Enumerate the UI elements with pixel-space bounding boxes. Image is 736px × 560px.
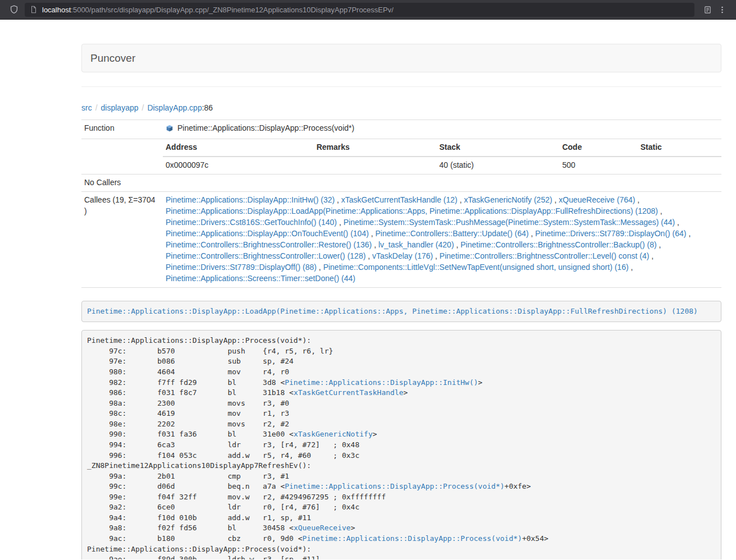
function-name: Pinetime::Applications::DisplayApp::Proc… (177, 123, 354, 134)
function-table: Function Pinetime::Applications::Display… (81, 120, 721, 288)
disassembly-line: 97c: b570 push {r4, r5, r6, lr} (87, 346, 716, 357)
disassembly-line: 9a4: f10d 010b add.w r1, sp, #11 (87, 513, 716, 524)
brand-link[interactable]: Puncover (82, 52, 144, 65)
breadcrumb-item: displayapp (92, 103, 139, 112)
callee-link[interactable]: lv_task_handler (420) (378, 240, 454, 249)
callee-link[interactable]: Pinetime::Controllers::BrightnessControl… (440, 251, 649, 260)
disassembly-line: 990: f031 fa36 bl 31e00 <xTaskGenericNot… (87, 429, 716, 440)
disassembly-line: Pinetime::Applications::DisplayApp::Proc… (87, 336, 716, 346)
highlighted-symbol-link[interactable]: Pinetime::Applications::DisplayApp::Load… (87, 307, 698, 315)
url-bar[interactable]: localhost:5000/path/src/displayapp/Displ… (25, 3, 694, 17)
browser-chrome: localhost:5000/path/src/displayapp/Displ… (0, 0, 736, 20)
symbol-link[interactable]: Pinetime::Applications::DisplayApp::Proc… (285, 482, 504, 490)
symbol-link[interactable]: xQueueReceive (294, 524, 351, 532)
breadcrumb-line-number: :86 (202, 103, 213, 112)
disassembly-line: Pinetime::Applications::DisplayApp::Proc… (87, 544, 716, 555)
stat-value (314, 157, 437, 174)
callees-list: Pinetime::Applications::DisplayApp::Init… (163, 191, 721, 287)
function-title: Pinetime::Applications::DisplayApp::Proc… (166, 123, 354, 134)
disassembly-line: 98c: 4619 mov r1, r3 (87, 408, 716, 419)
function-row: Function Pinetime::Applications::Display… (81, 120, 721, 139)
callee-link[interactable]: Pinetime::Controllers::Battery::Update()… (376, 229, 529, 238)
disassembly-line: 9ae: f89d 300b ldrb.w r3, [sp, #11] (87, 554, 716, 559)
breadcrumb: srcdisplayappDisplayApp.cpp:86 (81, 102, 721, 113)
disassembly-line: 986: f031 f8c7 bl 31b18 <xTaskGetCurrent… (87, 388, 716, 398)
callee-link[interactable]: xTaskGenericNotify (252) (464, 195, 552, 204)
disassembly-line: 98a: 2300 movs r3, #0 (87, 398, 716, 409)
stat-column-header: Static (638, 139, 721, 157)
shield-icon[interactable] (7, 2, 21, 17)
disassembly-line: 994: 6ca3 ldr r3, [r4, #72] ; 0x48 (87, 440, 716, 451)
url-rest: :5000/path/src/displayapp/DisplayApp.cpp… (71, 6, 394, 14)
reader-mode-icon[interactable] (700, 2, 715, 17)
disassembly-line: 98e: 2202 movs r2, #2 (87, 419, 716, 430)
callee-link[interactable]: Pinetime::Controllers::BrightnessControl… (166, 240, 372, 249)
callee-link[interactable]: Pinetime::Drivers::St7789::DisplayOn() (… (535, 229, 686, 238)
breadcrumb-link[interactable]: DisplayApp.cpp (147, 103, 202, 112)
stats-header-row: AddressRemarksStackCodeStatic (163, 139, 721, 157)
callee-link[interactable]: Pinetime::Applications::DisplayApp::OnTo… (166, 229, 369, 238)
content-container: Puncover srcdisplayappDisplayApp.cpp:86 … (81, 20, 721, 559)
divider (81, 86, 721, 87)
breadcrumb-item: src (81, 103, 92, 112)
disassembly-line: 99e: f04f 32ff mov.w r2, #4294967295 ; 0… (87, 492, 716, 503)
stat-value (638, 157, 721, 174)
symbol-link[interactable]: Pinetime::Applications::DisplayApp::Proc… (303, 534, 522, 543)
disassembly-line: 97e: b086 sub sp, #24 (87, 356, 716, 367)
callee-link[interactable]: Pinetime::Applications::DisplayApp::Load… (166, 206, 658, 215)
disassembly-line: 99c: d06d beq.n a7a <Pinetime::Applicati… (87, 481, 716, 492)
callee-link[interactable]: xQueueReceive (764) (559, 195, 635, 204)
stats-row: AddressRemarksStackCodeStatic 0x0000097c… (81, 139, 721, 174)
symbol-link[interactable]: xTaskGenericNotify (294, 430, 373, 438)
disassembly-line: _ZN8Pinetime12Applications10DisplayApp7R… (87, 461, 716, 471)
disassembly: Pinetime::Applications::DisplayApp::Proc… (81, 330, 721, 559)
disassembly-line: 996: f104 053c add.w r5, r4, #60 ; 0x3c (87, 451, 716, 461)
page-icon (30, 6, 38, 13)
callee-link[interactable]: Pinetime::Drivers::St7789::DisplayOff() … (166, 263, 317, 272)
stat-column-header: Address (163, 139, 314, 157)
callee-link[interactable]: Pinetime::Applications::DisplayApp::Init… (166, 195, 335, 204)
stat-value: 500 (559, 157, 637, 174)
disassembly-line: 99a: 2b01 cmp r3, #1 (87, 471, 716, 482)
disassembly-line: 9a2: 6ce0 ldr r0, [r4, #76] ; 0x4c (87, 502, 716, 513)
callee-link[interactable]: Pinetime::Controllers::BrightnessControl… (460, 240, 656, 249)
symbol-cube-icon (166, 125, 173, 132)
disassembly-line: 982: f7ff fd29 bl 3d8 <Pinetime::Applica… (87, 378, 716, 388)
function-label: Function (81, 120, 163, 139)
disassembly-line: 9ac: b180 cbz r0, 9d0 <Pinetime::Applica… (87, 534, 716, 544)
stat-column-header: Remarks (314, 139, 437, 157)
callee-link[interactable]: xTaskGetCurrentTaskHandle (12) (341, 195, 458, 204)
breadcrumb-link[interactable]: displayapp (101, 103, 139, 112)
stats-table: AddressRemarksStackCodeStatic 0x0000097c… (163, 139, 721, 174)
stats-value-row: 0x0000097c40 (static)500 (163, 157, 721, 174)
stat-value: 40 (static) (437, 157, 560, 174)
url-text: localhost:5000/path/src/displayapp/Displ… (42, 6, 394, 14)
callees-label: Callees (19, Σ=3704 ) (81, 191, 163, 287)
callee-link[interactable]: Pinetime::Drivers::Cst816S::GetTouchInfo… (166, 218, 337, 227)
callee-link[interactable]: Pinetime::Controllers::BrightnessControl… (166, 251, 365, 260)
breadcrumb-item: DisplayApp.cpp:86 (139, 103, 213, 112)
callers-row: No Callers (81, 174, 721, 191)
callee-link[interactable]: Pinetime::System::SystemTask::PushMessag… (344, 218, 675, 227)
callers-label: No Callers (81, 174, 163, 191)
callee-link[interactable]: Pinetime::Applications::Screens::Timer::… (166, 274, 355, 283)
callee-link[interactable]: vTaskDelay (176) (372, 251, 433, 260)
highlighted-line: Pinetime::Applications::DisplayApp::Load… (81, 301, 721, 323)
url-host: localhost (42, 6, 71, 14)
disassembly-line: 980: 4604 mov r4, r0 (87, 367, 716, 378)
disassembly-line: 9a8: f02f fd56 bl 30458 <xQueueReceive> (87, 523, 716, 534)
stat-column-header: Code (559, 139, 637, 157)
symbol-link[interactable]: xTaskGetCurrentTaskHandle (294, 388, 404, 397)
stat-column-header: Stack (437, 139, 560, 157)
stat-value: 0x0000097c (163, 157, 314, 174)
callee-link[interactable]: Pinetime::Components::LittleVgl::SetNewT… (323, 263, 629, 272)
callees-row: Callees (19, Σ=3704 ) Pinetime::Applicat… (81, 191, 721, 287)
breadcrumb-link[interactable]: src (81, 103, 92, 112)
page: Puncover srcdisplayappDisplayApp.cpp:86 … (0, 20, 736, 559)
symbol-link[interactable]: Pinetime::Applications::DisplayApp::Init… (285, 378, 478, 387)
menu-icon[interactable] (715, 2, 729, 17)
navbar: Puncover (81, 44, 721, 72)
